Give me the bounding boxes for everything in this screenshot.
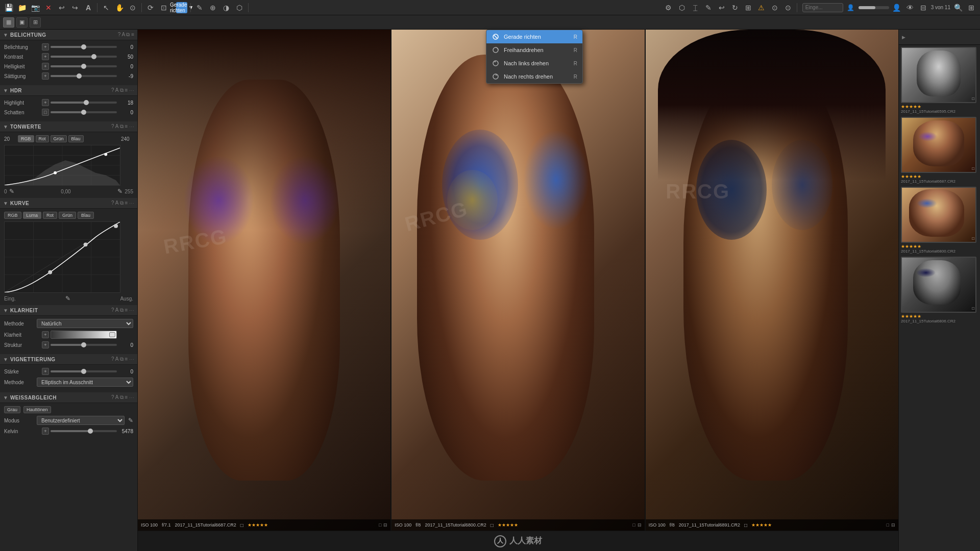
klarheit-btn[interactable]: + (42, 331, 49, 338)
lasso-tool[interactable]: ⊙ (127, 2, 138, 13)
person-icon[interactable]: 👤 (845, 2, 856, 13)
film-item-6687[interactable]: □ ★★★★★ 2017_11_15Tutorial6687.CR2 (901, 117, 978, 185)
film-item-6595[interactable]: □ ★★★★★ 2017_11_15Tutorial6595.CR2 (901, 47, 978, 115)
menu-gerade-richten[interactable]: Gerade richten R (486, 30, 582, 43)
brush-icon[interactable]: ⬡ (234, 2, 245, 13)
photo-flag-2[interactable]: □ (632, 522, 635, 528)
kontrast-plus[interactable]: + (42, 53, 49, 60)
refresh-icon[interactable]: ↻ (729, 2, 741, 13)
struktur-btn[interactable]: + (42, 341, 49, 348)
tone-rot-btn[interactable]: Rot (36, 135, 49, 142)
icon-folder[interactable]: 📁 (16, 2, 28, 13)
undo2-icon[interactable]: ↩ (716, 2, 727, 13)
icon-text-a[interactable]: A (83, 2, 94, 13)
tonwerte-header[interactable]: ▼ TONWERTE ? A ⧉ ≡ ⋯ (0, 121, 137, 132)
belichtung-track[interactable] (51, 46, 117, 48)
kurve-rgb-tab[interactable]: RGB (4, 212, 21, 219)
film-item-6800[interactable]: □ ★★★★★ 2017_11_15Tutorial6800.CR2 (901, 187, 978, 255)
photo-aperture-1: f/7.1 (162, 522, 171, 528)
hdr-header[interactable]: ▼ HDR ? A ⧉ ≡ ⋯ (0, 85, 137, 96)
grid2-icon[interactable]: ⊞ (966, 2, 977, 13)
photo-checkbox-2[interactable]: □ (491, 522, 494, 528)
menu-links-drehen[interactable]: Nach links drehen R (486, 57, 582, 70)
saettigung-plus[interactable]: + (42, 72, 49, 80)
icon-undo[interactable]: ↩ (56, 2, 67, 13)
vign-methode-select[interactable]: Elliptisch im Ausschnitt (37, 378, 133, 387)
icon-disk[interactable]: 💾 (3, 2, 14, 13)
kontrast-track[interactable] (51, 56, 117, 58)
cursor-tool[interactable]: ↖ (101, 2, 112, 13)
kelvin-track[interactable] (51, 430, 117, 432)
belichtung-header[interactable]: ▼ BELICHTUNG ? A ⧉ ≡ (0, 30, 137, 40)
photo-checkbox-1[interactable]: □ (240, 522, 243, 528)
vignettierung-header[interactable]: ▼ VIGNETTIERUNG ? A ⧉ ≡ ⋯ (0, 354, 137, 365)
staerke-track[interactable] (51, 370, 117, 372)
helligkeit-track[interactable] (51, 65, 117, 67)
tone-rgb-btn[interactable]: RGB (18, 135, 34, 142)
search-input[interactable] (802, 3, 843, 12)
menu-freihand[interactable]: Freihanddrehen R (486, 43, 582, 57)
tone-gruen-btn[interactable]: Grün (51, 135, 67, 142)
extra2-icon[interactable]: ⊙ (782, 2, 794, 13)
kurve-luma-tab[interactable]: Luma (23, 212, 42, 219)
keystone-icon[interactable]: ⌶ (690, 2, 701, 13)
saettigung-track[interactable] (51, 75, 117, 77)
person2-icon[interactable]: 👤 (891, 2, 902, 13)
highlight-plus[interactable]: + (42, 99, 49, 106)
struktur-track[interactable] (51, 344, 117, 346)
pan-tool[interactable]: ✋ (114, 2, 125, 13)
staerke-btn[interactable]: + (42, 368, 49, 375)
kurve-gruen-tab[interactable]: Grün (59, 212, 76, 219)
photo-more-3[interactable]: ⊟ (891, 522, 895, 528)
weiss-modus-select[interactable]: Benutzerdefiniert (37, 416, 125, 425)
view-single-btn[interactable]: ▣ (16, 17, 28, 28)
schatten-btn[interactable]: □ (42, 109, 49, 116)
crop-icon[interactable]: ⊡ (158, 2, 169, 13)
grid-icon[interactable]: ⊞ (743, 2, 754, 13)
rotate-icon[interactable]: ⟳ (145, 2, 156, 13)
kurve-eyedropper[interactable]: ✎ (65, 295, 70, 302)
eyedropper-icon[interactable]: ✎ (194, 2, 205, 13)
icon-redo[interactable]: ↪ (69, 2, 81, 13)
settings-icon[interactable]: ⚙ (663, 2, 674, 13)
export-icon[interactable]: ⬡ (676, 2, 688, 13)
icon-camera[interactable]: 📷 (30, 2, 41, 13)
film-item-6806[interactable]: □ ★★★★★ 2017_11_15Tutorial6806.CR2 (901, 257, 978, 324)
weiss-grau-btn[interactable]: Grau (4, 406, 20, 413)
eye-icon[interactable]: 👁 (904, 2, 916, 13)
weiss-haut-btn[interactable]: Hauttönen (23, 406, 51, 413)
kurve-header[interactable]: ▼ KURVE ? A ⧉ ≡ ⋯ (0, 198, 137, 209)
belichtung-minus[interactable]: + (42, 43, 49, 51)
klarheit-methode-select[interactable]: Natürlich Klassisch (37, 319, 133, 328)
weissabgleich-header[interactable]: ▼ WEISSABGLEICH ? A ⧉ ≡ ⋯ (0, 392, 137, 403)
extra-icon[interactable]: ⊙ (769, 2, 780, 13)
photo-more-2[interactable]: ⊟ (638, 522, 642, 528)
warning-icon[interactable]: ⚠ (756, 2, 767, 13)
icon-close-x[interactable]: ✕ (43, 2, 54, 13)
gradient-icon[interactable]: ◑ (220, 2, 232, 13)
highlight-track[interactable] (51, 102, 117, 104)
color-icon[interactable]: ✎ (703, 2, 714, 13)
schatten-track[interactable] (51, 111, 117, 113)
menu-rechts-drehen[interactable]: Nach rechts drehen R (486, 70, 582, 83)
columns-icon[interactable]: ⊟ (918, 2, 929, 13)
tone-eyedropper-left[interactable]: ✎ (9, 188, 14, 195)
klarheit-header[interactable]: ▼ KLARHEIT ? A ⧉ ≡ ⋯ (0, 305, 137, 316)
kurve-blau-tab[interactable]: Blau (78, 212, 94, 219)
weiss-eyedropper[interactable]: ✎ (128, 417, 133, 424)
photo-flag-3[interactable]: □ (887, 522, 889, 528)
kelvin-btn[interactable]: + (42, 428, 49, 435)
straighten-tool[interactable]: Gerade richten ▼ (176, 2, 187, 13)
heal-icon[interactable]: ⊕ (207, 2, 218, 13)
view-compare-btn[interactable]: ⊞ (30, 17, 41, 28)
helligkeit-plus[interactable]: + (42, 63, 49, 70)
tone-eyedropper-right[interactable]: ✎ (117, 188, 122, 195)
photo-checkbox-3[interactable]: □ (744, 522, 747, 528)
photo-flag-1[interactable]: □ (379, 522, 381, 528)
kurve-rot-tab[interactable]: Rot (43, 212, 57, 219)
tone-blau-btn[interactable]: Blau (68, 135, 84, 142)
view-grid-btn[interactable]: ▦ (3, 17, 14, 28)
zoom-icon[interactable]: 🔍 (952, 2, 964, 13)
photo-more-1[interactable]: ⊟ (383, 522, 387, 528)
klarheit-white-slider[interactable] (51, 331, 117, 339)
